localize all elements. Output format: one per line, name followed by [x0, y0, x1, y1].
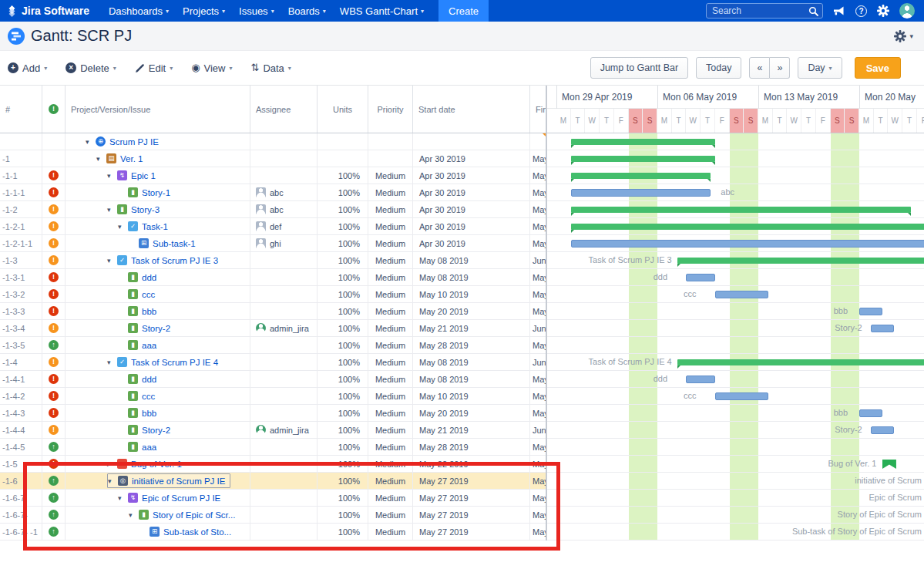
gantt-bar-task[interactable]: [871, 426, 894, 434]
gantt-bar-task[interactable]: [571, 189, 711, 197]
expander-caret[interactable]: ▾: [118, 223, 128, 231]
issue-link[interactable]: Task-1: [142, 222, 168, 231]
gantt-bar-summary[interactable]: [677, 258, 924, 264]
gantt-bar-summary[interactable]: [571, 139, 715, 145]
table-row[interactable]: -1-4!▾✓Task of Scrum PJ IE 4100%MediumMa…: [0, 354, 547, 371]
table-row[interactable]: -1-2-1!▾✓Task-1def100%MediumApr 30 2019M…: [0, 218, 547, 235]
today-button[interactable]: Today: [696, 57, 741, 79]
nav-item-boards[interactable]: Boards▾: [288, 5, 326, 17]
table-row[interactable]: -1-3-4!▮Story-2admin_jira100%MediumMay 2…: [0, 320, 547, 337]
gantt-row[interactable]: [547, 235, 924, 252]
issue-link[interactable]: Scrum PJ IE: [109, 137, 159, 146]
user-avatar[interactable]: [899, 3, 915, 19]
expander-caret[interactable]: ▾: [107, 206, 117, 214]
gantt-row[interactable]: initiative of Scrum: [547, 473, 924, 490]
gantt-bar-task[interactable]: [871, 325, 894, 332]
help-icon[interactable]: ?: [855, 5, 867, 17]
column-header-3[interactable]: Assignee: [250, 86, 318, 133]
gantt-bar-task[interactable]: [686, 274, 714, 281]
expander-caret[interactable]: ▾: [96, 155, 106, 163]
table-row[interactable]: -1-5!▸●Bug of Ver. 1100%MediumMay 22 201…: [0, 456, 547, 473]
gantt-bar-task[interactable]: [571, 240, 924, 248]
column-header-7[interactable]: Finis: [530, 86, 547, 133]
jump-to-gantt-bar-button[interactable]: Jump to Gantt Bar: [590, 57, 688, 79]
issue-link[interactable]: Epic 1: [131, 171, 156, 180]
table-row[interactable]: -1-1!▾↯Epic 1100%MediumApr 30 2019May: [0, 167, 547, 184]
search-input[interactable]: [712, 5, 808, 16]
gantt-row[interactable]: [547, 337, 924, 354]
gantt-bar-task[interactable]: [715, 392, 768, 400]
issue-link[interactable]: Sub-task-1: [153, 239, 196, 248]
gantt-row[interactable]: Bug of Ver. 1: [547, 456, 924, 473]
gantt-bar-summary[interactable]: [571, 156, 715, 162]
nav-item-issues[interactable]: Issues▾: [239, 5, 274, 17]
table-row[interactable]: -1-6-7-↑▾▮Story of Epic of Scr...100%Med…: [0, 507, 547, 524]
settings-menu-button[interactable]: ▾: [894, 30, 913, 42]
timescale-button[interactable]: Day ▾: [798, 57, 842, 79]
gantt-row[interactable]: Story-2: [547, 422, 924, 439]
save-button[interactable]: Save: [855, 57, 901, 79]
table-row[interactable]: -1-6↑▾◎initiative of Scrum PJ IE100%Medi…: [0, 473, 547, 490]
table-row[interactable]: -1-3-3!▮bbb100%MediumMay 20 2019May: [0, 303, 547, 320]
issue-link[interactable]: Task of Scrum PJ IE 3: [131, 256, 218, 265]
gantt-row[interactable]: Story of Epic of Scrum: [547, 507, 924, 524]
table-row[interactable]: -1-3-2!▮ccc100%MediumMay 10 2019May: [0, 286, 547, 303]
gantt-row[interactable]: ddd: [547, 371, 924, 388]
gantt-row[interactable]: [547, 150, 924, 167]
gantt-row[interactable]: ccc: [547, 388, 924, 405]
issue-link[interactable]: ddd: [142, 273, 156, 282]
table-row[interactable]: -1-3-1!▮ddd100%MediumMay 08 2019May: [0, 269, 547, 286]
scroll-left-button[interactable]: «: [749, 57, 770, 79]
issue-link[interactable]: ddd: [142, 375, 156, 384]
gantt-row[interactable]: bbb: [547, 405, 924, 422]
table-row[interactable]: -1-6-7- -1↑⊞Sub-task of Sto...100%Medium…: [0, 524, 547, 541]
nav-item-dashboards[interactable]: Dashboards▾: [109, 5, 169, 17]
gear-icon[interactable]: [877, 5, 889, 17]
table-row[interactable]: -1-6-7↑▾↯Epic of Scrum PJ IE100%MediumMa…: [0, 490, 547, 507]
issue-link[interactable]: Story-1: [142, 188, 170, 197]
issue-link[interactable]: Bug of Ver. 1: [131, 460, 182, 469]
issue-link[interactable]: Story-2: [142, 426, 170, 435]
jira-logo[interactable]: Jira Software: [6, 5, 89, 17]
table-row[interactable]: ▾⊕Scrum PJ IE: [0, 133, 547, 150]
table-row[interactable]: -1-2-1-1!⊞Sub-task-1ghi100%MediumApr 30 …: [0, 235, 547, 252]
column-header-5[interactable]: Priority: [368, 86, 413, 133]
issue-link[interactable]: Story of Epic of Scr...: [153, 510, 235, 520]
table-row[interactable]: -1-3-5↑▮aaa100%MediumMay 28 2019May: [0, 337, 547, 354]
expander-caret[interactable]: ▾: [108, 477, 118, 485]
delete-button[interactable]: × Delete ▾: [66, 62, 116, 74]
megaphone-icon[interactable]: [833, 5, 845, 16]
issue-link[interactable]: bbb: [142, 307, 156, 316]
expander-caret[interactable]: ▾: [107, 257, 117, 264]
pane-splitter[interactable]: [546, 86, 547, 541]
issue-link[interactable]: aaa: [142, 443, 156, 452]
issue-link[interactable]: Task of Scrum PJ IE 4: [131, 358, 218, 367]
gantt-row[interactable]: Task of Scrum PJ IE 3: [547, 252, 924, 269]
add-button[interactable]: + Add ▾: [8, 62, 47, 74]
gantt-row[interactable]: [547, 439, 924, 456]
issue-link[interactable]: Ver. 1: [120, 154, 143, 163]
expander-caret[interactable]: ▾: [118, 494, 128, 502]
column-header-0[interactable]: #: [0, 86, 42, 133]
table-row[interactable]: -1▾▤Ver. 1Apr 30 2019May: [0, 150, 547, 167]
milestone-flag-icon[interactable]: [882, 460, 896, 469]
gantt-bar-task[interactable]: [715, 291, 768, 298]
create-button[interactable]: Create: [438, 0, 489, 22]
gantt-bar-summary[interactable]: [571, 207, 912, 213]
issue-link[interactable]: ccc: [142, 392, 155, 401]
issue-link[interactable]: Epic of Scrum PJ IE: [142, 493, 220, 503]
table-row[interactable]: -1-4-3!▮bbb100%MediumMay 20 2019May: [0, 405, 547, 422]
gantt-row[interactable]: bbb: [547, 303, 924, 320]
gantt-row[interactable]: Epic of Scrum: [547, 490, 924, 507]
table-row[interactable]: -1-4-1!▮ddd100%MediumMay 08 2019May: [0, 371, 547, 388]
gantt-bar-task[interactable]: [859, 409, 882, 417]
issue-link[interactable]: Sub-task of Sto...: [163, 527, 231, 537]
gantt-row[interactable]: ccc: [547, 286, 924, 303]
table-row[interactable]: -1-2!▾▮Story-3abc100%MediumApr 30 2019Ma…: [0, 201, 547, 218]
table-row[interactable]: -1-4-2!▮ccc100%MediumMay 10 2019May: [0, 388, 547, 405]
issue-link[interactable]: Story-3: [131, 205, 160, 214]
table-row[interactable]: -1-1-1!▮Story-1abc100%MediumApr 30 2019M…: [0, 184, 547, 201]
gantt-row[interactable]: [547, 218, 924, 235]
column-header-1[interactable]: !: [42, 86, 66, 133]
gantt-row[interactable]: Sub-task of Story of Epic of Scrum: [547, 524, 924, 541]
